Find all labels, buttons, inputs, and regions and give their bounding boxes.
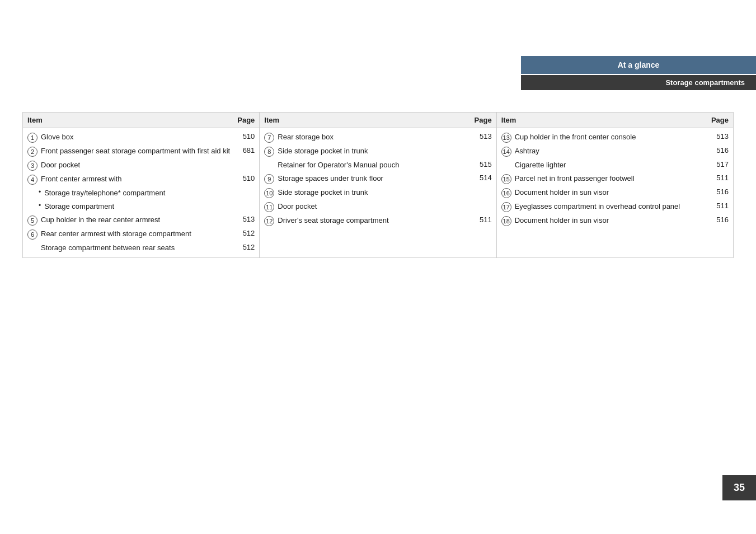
main-content: ItemPage1Glove box5102Front passenger se… [22,112,734,258]
table-row: 7Rear storage box513 [260,130,496,144]
table-row: 15Parcel net in front passenger footwell… [497,172,733,186]
at-a-glance-label: At a glance [618,60,660,69]
item-number: 2 [27,147,37,157]
item-number: 9 [264,174,274,184]
table-header: ItemPage [260,113,496,128]
table-row: 11Door pocket [260,200,496,214]
item-text: Retainer for Operator's Manual pouch [278,160,469,170]
col-item-header: Item [501,116,706,124]
item-text: Cup holder in the front center console [515,132,706,142]
page-num: 511 [706,202,729,210]
table-row: 2Front passenger seat storage compartmen… [23,144,259,158]
table-header: ItemPage [23,113,259,128]
item-text: Storage compartment between rear seats [41,243,232,253]
item-text: Eyeglasses compartment in overhead contr… [515,202,706,212]
table-row: 12Driver's seat storage compartment511 [260,214,496,228]
table-row: •Storage tray/telephone* compartment [23,186,259,200]
page-num: 510 [232,174,255,182]
table-row: 9Storage spaces under trunk floor514 [260,172,496,186]
table-body: 1Glove box5102Front passenger seat stora… [23,128,259,257]
table-row: 18Document holder in sun visor516 [497,214,733,228]
item-number: 11 [264,202,274,212]
page-num: 513 [232,215,255,223]
item-text: Document holder in sun visor [515,188,706,198]
item-number: 7 [264,133,274,143]
item-text: Rear storage box [278,132,469,142]
table-row: 10Side storage pocket in trunk [260,186,496,200]
table-row: Storage compartment between rear seats51… [23,241,259,255]
item-text: Storage spaces under trunk floor [278,174,469,184]
table-row: 5Cup holder in the rear center armrest51… [23,213,259,227]
page-num: 516 [706,216,729,224]
table-row: 13Cup holder in the front center console… [497,130,733,144]
item-text: Side storage pocket in trunk [278,146,469,156]
item-text: Rear center armrest with storage compart… [41,229,232,239]
item-text: Glove box [41,132,232,142]
item-number: 17 [501,202,511,212]
page-number-box: 35 [722,475,756,500]
col-item-header: Item [27,116,232,124]
item-number: 18 [501,216,511,226]
table-row: 4Front center armrest with510 [23,172,259,186]
col-item-header: Item [264,116,469,124]
table-body: 13Cup holder in the front center console… [497,128,733,230]
item-number: 6 [27,229,37,240]
item-number: 15 [501,174,511,184]
page-num: 516 [706,146,729,154]
table-row: •Storage compartment [23,200,259,213]
page-num: 513 [469,132,492,140]
item-text: Storage tray/telephone* compartment [44,188,232,198]
item-text: Parcel net in front passenger footwell [515,174,706,184]
page-num: 510 [232,132,255,140]
table-row: Cigarette lighter517 [497,158,733,172]
header-area: At a glance Storage compartments [521,56,756,90]
item-number: 14 [501,147,511,157]
page-num: 515 [469,160,492,168]
item-text: Door pocket [41,160,232,170]
page-num: 517 [706,160,729,168]
table-row: 14Ashtray516 [497,144,733,158]
storage-compartments-label: Storage compartments [665,78,745,87]
table-row: 3Door pocket [23,158,259,172]
page-num: 512 [232,229,255,237]
table-section-3: ItemPage13Cup holder in the front center… [496,112,734,258]
page-num: 514 [469,174,492,182]
storage-compartments-bar: Storage compartments [521,75,756,90]
item-text: Ashtray [515,146,706,156]
item-text: Cigarette lighter [515,160,706,170]
col-page-header: Page [469,116,492,124]
item-text: Driver's seat storage compartment [278,216,469,226]
table-body: 7Rear storage box5138Side storage pocket… [260,128,496,230]
table-section-2: ItemPage7Rear storage box5138Side storag… [259,112,496,258]
item-number: 16 [501,188,511,198]
page-num: 681 [232,146,255,154]
item-number: 12 [264,216,274,226]
page-num: 516 [706,188,729,196]
item-number: 1 [27,133,37,143]
col-page-header: Page [232,116,255,124]
item-number: 5 [27,216,37,226]
item-text: Front center armrest with [41,174,232,184]
item-number: 4 [27,175,37,185]
item-number: 8 [264,147,274,157]
item-text: Door pocket [278,202,469,212]
item-text: Cup holder in the rear center armrest [41,215,232,225]
item-number: 13 [501,133,511,143]
table-row: 1Glove box510 [23,130,259,144]
page-num: 512 [232,243,255,251]
page-num: 511 [706,174,729,182]
table-row: 8Side storage pocket in trunk [260,144,496,158]
table-row: Retainer for Operator's Manual pouch515 [260,158,496,172]
item-text: Side storage pocket in trunk [278,188,469,198]
item-text: Storage compartment [44,202,232,212]
table-section-1: ItemPage1Glove box5102Front passenger se… [22,112,259,258]
table-row: 16Document holder in sun visor516 [497,186,733,200]
item-number: 3 [27,161,37,171]
page-num: 511 [469,216,492,224]
item-text: Document holder in sun visor [515,216,706,226]
table-row: 6Rear center armrest with storage compar… [23,227,259,241]
col-page-header: Page [706,116,729,124]
table-row: 17Eyeglasses compartment in overhead con… [497,200,733,214]
table-header: ItemPage [497,113,733,128]
at-a-glance-bar: At a glance [521,56,756,74]
